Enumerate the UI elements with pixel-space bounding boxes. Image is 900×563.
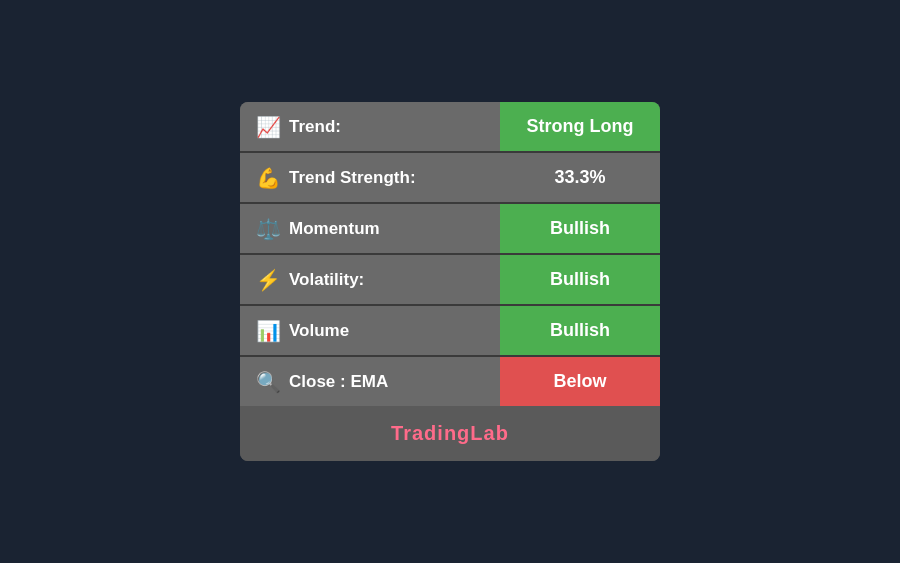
table-row: 💪Trend Strength:33.3%: [240, 153, 660, 204]
table-row: 📊VolumeBullish: [240, 306, 660, 357]
row-icon: 🔍: [256, 372, 281, 392]
row-label: Momentum: [289, 219, 380, 239]
table-row: ⚡Volatility:Bullish: [240, 255, 660, 306]
row-label: Trend Strength:: [289, 168, 416, 188]
row-icon: ⚖️: [256, 219, 281, 239]
row-icon: 💪: [256, 168, 281, 188]
row-label-cell: ⚖️Momentum: [240, 204, 500, 253]
row-label: Volatility:: [289, 270, 364, 290]
row-value: Strong Long: [500, 102, 660, 151]
row-label-cell: 💪Trend Strength:: [240, 153, 500, 202]
row-label: Close : EMA: [289, 372, 388, 392]
table-row: 🔍Close : EMABelow: [240, 357, 660, 406]
row-label-cell: 📈Trend:: [240, 102, 500, 151]
row-value: Bullish: [500, 255, 660, 304]
trading-widget: 📈Trend:Strong Long💪Trend Strength:33.3%⚖…: [240, 102, 660, 461]
row-value: Bullish: [500, 204, 660, 253]
row-icon: 📈: [256, 117, 281, 137]
row-icon: 📊: [256, 321, 281, 341]
table-row: ⚖️MomentumBullish: [240, 204, 660, 255]
footer-label: TradingLab: [240, 406, 660, 461]
row-value: 33.3%: [500, 153, 660, 202]
table-row: 📈Trend:Strong Long: [240, 102, 660, 153]
row-value: Below: [500, 357, 660, 406]
row-icon: ⚡: [256, 270, 281, 290]
row-label: Trend:: [289, 117, 341, 137]
row-label-cell: ⚡Volatility:: [240, 255, 500, 304]
row-value: Bullish: [500, 306, 660, 355]
row-label-cell: 🔍Close : EMA: [240, 357, 500, 406]
row-label-cell: 📊Volume: [240, 306, 500, 355]
row-label: Volume: [289, 321, 349, 341]
